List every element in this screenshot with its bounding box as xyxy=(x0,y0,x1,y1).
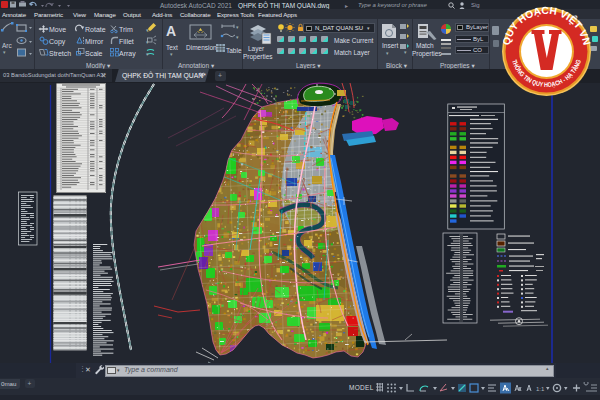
svg-text:1:1: 1:1 xyxy=(536,386,545,392)
